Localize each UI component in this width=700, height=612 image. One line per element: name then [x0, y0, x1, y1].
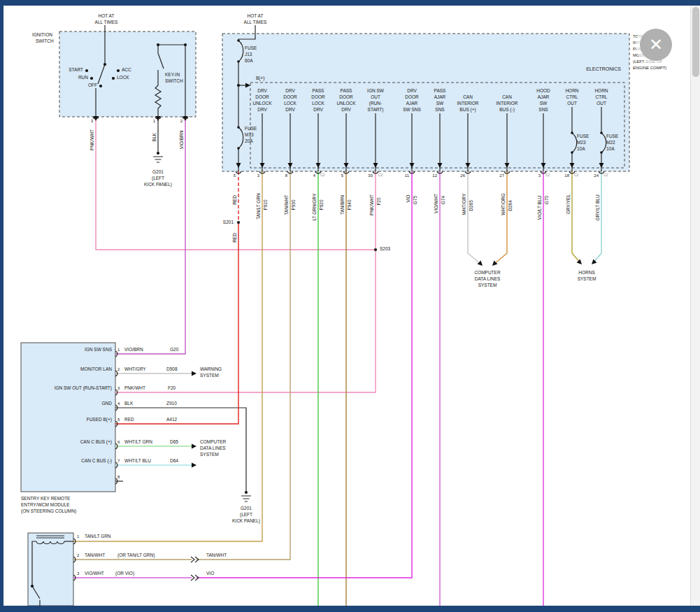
- junction-dot: [157, 43, 159, 46]
- tipm-electronics-box: [250, 83, 624, 168]
- ground-symbol: [241, 496, 251, 501]
- junction-dot: [157, 152, 159, 155]
- wire-pnk-wht-f20: [115, 171, 376, 392]
- wire-row4-blk-z910: [115, 408, 246, 492]
- wire-vio-g75: [197, 171, 412, 578]
- ignition-switch-box: [59, 31, 196, 117]
- wire-wht-org-d264: [494, 171, 507, 264]
- junction-dot: [90, 77, 93, 80]
- wire-gry-yel-horn: [572, 171, 580, 263]
- close-icon: ✕: [649, 35, 663, 55]
- junction-dot: [237, 84, 240, 87]
- fuse-terminal: [600, 151, 603, 154]
- junction-dot: [237, 221, 240, 224]
- fuse-terminal: [237, 60, 240, 63]
- sentry-key-module-box: [21, 343, 115, 492]
- window-frame-bottom: [0, 606, 700, 612]
- junction-dot: [99, 85, 102, 87]
- fuse-terminal: [237, 147, 240, 150]
- window-frame-top: [0, 0, 700, 6]
- fuse-terminal: [600, 131, 603, 134]
- wire-red-a412: [115, 222, 238, 424]
- wiring-diagram-page: HOT ATALL TIMESIGNITIONSWITCHSTARTRUNOFF…: [0, 0, 700, 612]
- lock-cylinder-box: [28, 533, 73, 606]
- scrollbar-thumb[interactable]: [692, 7, 699, 77]
- junction-dot: [31, 585, 34, 588]
- fuse-terminal: [237, 39, 240, 42]
- junction-dot: [374, 248, 377, 251]
- ground-symbol: [153, 157, 163, 162]
- fuse-terminal: [571, 131, 573, 134]
- window-frame-left: [0, 0, 3, 612]
- junction-dot: [103, 63, 106, 66]
- junction-dot: [245, 491, 248, 494]
- diagram-svg: [0, 0, 700, 612]
- arrow: [192, 444, 197, 449]
- wire-gry-ltblu-horn: [593, 171, 601, 263]
- junction-dot: [184, 43, 187, 46]
- arrow: [192, 463, 197, 468]
- arrow: [192, 371, 197, 376]
- junction-dot: [117, 69, 120, 72]
- scrollbar-track[interactable]: [690, 6, 700, 606]
- wire-vio-brn-g20: [115, 117, 185, 354]
- fuse-terminal: [571, 151, 573, 154]
- junction-dot: [112, 77, 115, 80]
- close-button[interactable]: ✕: [640, 29, 672, 61]
- wire-tan-wht-p930-b: [197, 171, 290, 560]
- fuse-terminal: [237, 126, 240, 129]
- junction-dot: [85, 69, 88, 72]
- wire-wht-gry-d265: [468, 171, 481, 264]
